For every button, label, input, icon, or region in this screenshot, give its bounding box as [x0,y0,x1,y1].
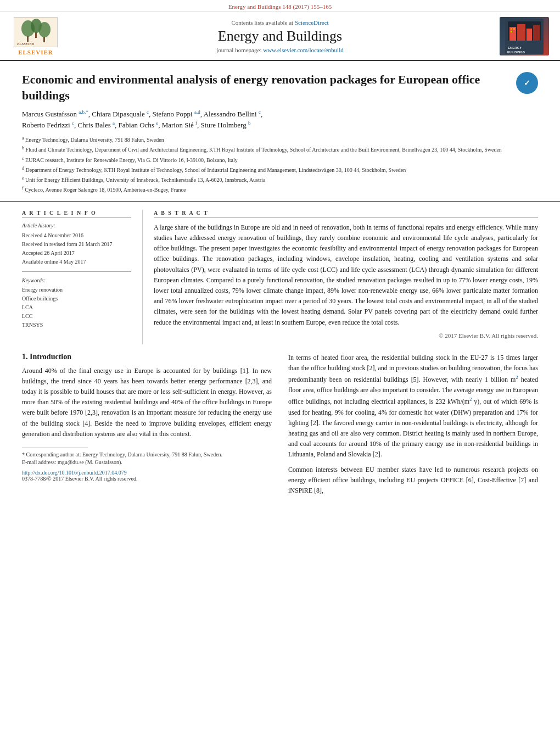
homepage-line: journal homepage: www.elsevier.com/locat… [71,47,489,53]
elsevier-illustration: ELSEVIER [14,17,58,47]
received-date: Received 4 November 2016 [22,232,131,239]
intro-paragraph-right-2: Common interests between EU member state… [288,465,538,496]
journal-header: ELSEVIER ELSEVIER Contents lists availab… [0,12,560,61]
keyword-2: Office buildings [22,294,131,303]
info-divider [22,271,131,272]
article-info-column: A R T I C L E I N F O Article history: R… [22,210,143,344]
doi-section: http://dx.doi.org/10.1016/j.enbuild.2017… [22,470,272,482]
keywords-label: Keywords: [22,277,131,283]
introduction-heading: 1. Introduction [22,353,272,361]
svg-rect-10 [509,27,516,41]
crossmark-icon: ✓ [519,75,535,91]
copyright-line: © 2017 Elsevier B.V. All rights reserved… [154,332,538,344]
svg-text:ENERGY: ENERGY [508,46,522,49]
authors-line: Marcus Gustafsson a,b,*, Chiara Dipasqua… [22,109,538,131]
abstract-column: A B S T R A C T A large share of the bui… [154,210,538,344]
article-title: Economic and environmental analysis of e… [22,72,516,103]
journal-reference: Energy and Buildings 148 (2017) 155–165 [228,3,332,10]
contents-available-line: Contents lists available at ScienceDirec… [71,19,489,26]
corresponding-author-note: * Corresponding author at: Energy Techno… [22,451,272,459]
article-header: Economic and environmental analysis of e… [22,72,538,103]
affiliation-f: f Cycleco, Avenue Roger Salengro 18, 015… [22,185,538,194]
affiliation-b: b Fluid and Climate Technology, Departme… [22,145,538,154]
svg-rect-16 [511,31,512,32]
intro-paragraph-right-1: In terms of heated floor area, the resid… [288,353,538,460]
energy-buildings-logo-svg: ENERGY BUILDINGS [505,19,544,54]
affiliation-a: a Energy Technology, Dalarna University,… [22,135,538,144]
affiliation-c: c EURAC research, Institute for Renewabl… [22,155,538,164]
abstract-text: A large share of the buildings in Europe… [154,222,538,328]
accepted-date: Accepted 26 April 2017 [22,249,131,257]
svg-text:BUILDINGS: BUILDINGS [507,51,525,54]
journal-logo-right: ENERGY BUILDINGS [500,17,549,55]
doi-link[interactable]: http://dx.doi.org/10.1016/j.enbuild.2017… [22,470,127,476]
journal-title: Energy and Buildings [71,28,489,44]
affiliation-e: e Unit for Energy Efficient Buildings, U… [22,175,538,184]
svg-text:✓: ✓ [524,79,530,87]
body-two-columns: 1. Introduction Around 40% of the final … [22,353,538,500]
article-title-section: Economic and environmental analysis of e… [0,61,560,202]
svg-rect-5 [35,32,37,38]
keywords-section: Keywords: Energy renovation Office build… [22,277,131,330]
crossmark-badge[interactable]: ✓ [516,72,538,94]
article-info-heading: A R T I C L E I N F O [22,210,131,218]
keyword-1: Energy renovation [22,286,131,294]
homepage-link[interactable]: www.elsevier.com/locate/enbuild [263,47,344,53]
svg-rect-14 [511,28,512,30]
body-content: 1. Introduction Around 40% of the final … [0,344,560,511]
history-label: Article history: [22,222,131,228]
journal-reference-bar: Energy and Buildings 148 (2017) 155–165 [0,0,560,12]
abstract-heading: A B S T R A C T [154,210,538,218]
svg-rect-13 [533,25,540,41]
article-info-abstract-section: A R T I C L E I N F O Article history: R… [0,202,560,344]
svg-rect-4 [27,36,29,42]
svg-point-3 [38,22,51,37]
available-online-date: Available online 4 May 2017 [22,258,131,266]
svg-rect-15 [513,28,515,30]
affiliations: a Energy Technology, Dalarna University,… [22,135,538,194]
elsevier-tree-svg: ELSEVIER [14,18,57,47]
issn-line: 0378-7788/© 2017 Elsevier B.V. All right… [22,476,137,482]
body-left-column: 1. Introduction Around 40% of the final … [22,353,272,500]
keyword-4: LCC [22,312,131,321]
body-right-column: In terms of heated floor area, the resid… [288,353,538,500]
svg-rect-6 [43,37,45,42]
keyword-5: TRNSYS [22,321,131,330]
received-revised-date: Received in revised form 21 March 2017 [22,241,131,248]
svg-rect-12 [527,29,532,41]
keyword-3: LCA [22,303,131,312]
sciencedirect-link[interactable]: ScienceDirect [295,19,329,26]
affiliation-d: d Department of Energy Technology, KTH R… [22,165,538,174]
email-footnote: E-mail address: mgu@du.se (M. Gustafsson… [22,459,272,466]
journal-center-header: Contents lists available at ScienceDirec… [60,19,500,53]
elsevier-wordmark: ELSEVIER [18,49,53,55]
footnote-divider [22,448,88,448]
svg-text:ELSEVIER: ELSEVIER [16,42,35,46]
elsevier-logo-left: ELSEVIER ELSEVIER [11,17,60,55]
intro-paragraph-1: Around 40% of the final energy use in Eu… [22,366,272,439]
svg-rect-11 [517,24,525,41]
